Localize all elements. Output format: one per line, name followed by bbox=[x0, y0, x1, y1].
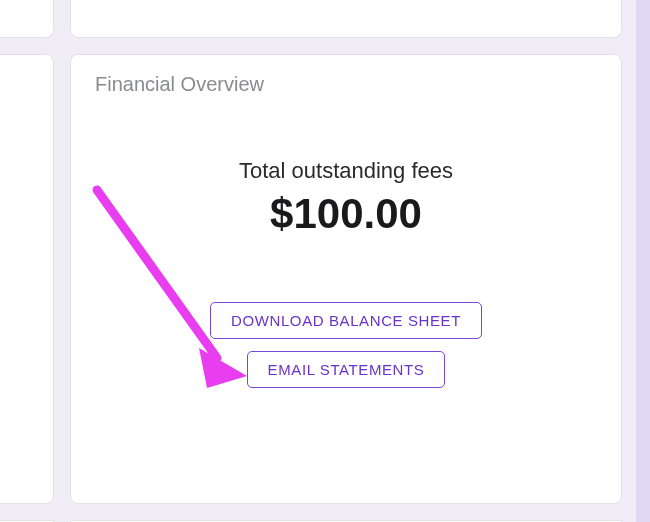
card-fragment-top bbox=[70, 0, 622, 38]
sidebar-card-fragment bbox=[0, 0, 54, 38]
financial-overview-card: Financial Overview Total outstanding fee… bbox=[70, 54, 622, 504]
card-title: Financial Overview bbox=[95, 73, 597, 96]
metric-value: $100.00 bbox=[270, 190, 422, 238]
right-rail-fragment bbox=[636, 0, 650, 522]
email-statements-button[interactable]: EMAIL STATEMENTS bbox=[247, 351, 446, 388]
sidebar-card-fragment bbox=[0, 54, 54, 504]
metric-label: Total outstanding fees bbox=[239, 158, 453, 184]
card-actions: DOWNLOAD BALANCE SHEET EMAIL STATEMENTS bbox=[95, 302, 597, 388]
outstanding-fees-metric: Total outstanding fees $100.00 bbox=[95, 158, 597, 238]
left-sidebar-fragment bbox=[0, 0, 62, 522]
download-balance-sheet-button[interactable]: DOWNLOAD BALANCE SHEET bbox=[210, 302, 482, 339]
